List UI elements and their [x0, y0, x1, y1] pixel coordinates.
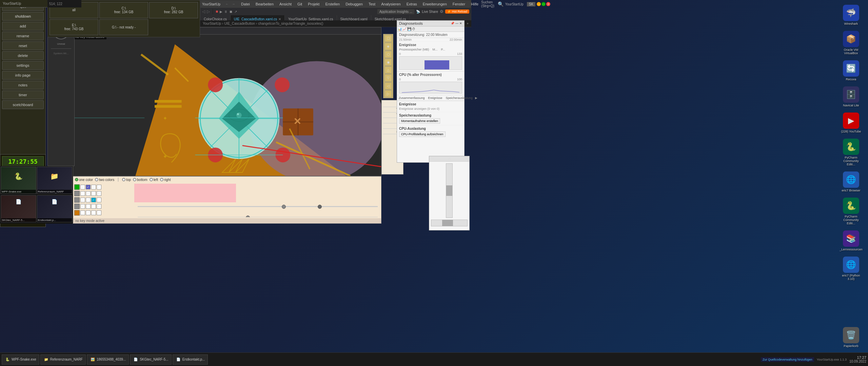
cb-4-3[interactable] — [91, 204, 96, 209]
desktop-icon-eric-browser[interactable]: 🌐 eric7 Browser — [837, 170, 865, 194]
close-button[interactable]: ✕ — [546, 2, 550, 6]
desktop-icon-eric7[interactable]: 🌐 eric7 (Python 3.10) — [837, 255, 865, 282]
search-icon[interactable]: 🔍 — [498, 1, 504, 7]
menu-datei[interactable]: Datei — [238, 1, 253, 7]
diag-close-icon[interactable]: ✕ — [459, 22, 462, 25]
swatch-gray-3[interactable] — [74, 204, 80, 209]
taskbar-item-erstkontakt[interactable]: 📄 Erstkontakt.p... — [173, 354, 208, 365]
diag-toolbar-icon3[interactable]: 💾 — [407, 27, 411, 31]
menu-debuggen[interactable]: Debuggen — [343, 1, 366, 7]
slider-1-thumb-2[interactable] — [318, 205, 322, 209]
menu-test[interactable]: Test — [366, 1, 378, 7]
desktop-icon-wireshark[interactable]: 🦈 Wireshark — [837, 3, 865, 27]
live-share-label[interactable]: Live Share — [422, 10, 438, 14]
taskbar-item-skg[interactable]: 📄 SKGtec_NARF-5... — [130, 354, 171, 365]
cb-1-1[interactable]: ✓ — [80, 185, 85, 189]
rename-button[interactable]: rename — [2, 32, 44, 40]
menu-erstellen[interactable]: Erstellen — [322, 1, 342, 7]
cb-4-2[interactable] — [86, 204, 91, 209]
reset-button[interactable]: reset — [2, 41, 44, 50]
diag-snapshot-btn[interactable]: Momentaufnahme erstellen — [399, 118, 440, 124]
toolbar-icon-1[interactable]: ☐ — [384, 35, 392, 42]
slider-2[interactable] — [138, 215, 378, 217]
desktop-icon-navicat[interactable]: 🗄️ Navicat Lite — [837, 85, 865, 108]
menu-undo[interactable]: ← — [225, 2, 229, 6]
cb-3-1[interactable]: ✓ — [80, 198, 85, 202]
toolbar-back[interactable]: ◁ — [202, 9, 205, 14]
timer-button[interactable]: timer — [2, 90, 44, 99]
menu-hilfe[interactable]: Hilfe — [468, 1, 481, 7]
notes-button[interactable]: notes — [2, 81, 44, 89]
mini-panel-close[interactable]: ✕ — [465, 157, 468, 161]
radio-right[interactable]: right — [160, 178, 171, 182]
cb-1-4[interactable]: ✓ — [97, 185, 101, 189]
cb-5-1[interactable] — [80, 210, 85, 215]
menu-git[interactable]: Git — [295, 1, 305, 7]
cb-2-3[interactable] — [91, 191, 96, 196]
cb-2-1[interactable] — [80, 191, 85, 196]
breadcrumb-add-icon[interactable]: + — [467, 22, 469, 25]
toolbar-icon-8[interactable]: ▷ — [384, 90, 392, 97]
cb-3-2[interactable]: ✓ — [86, 198, 91, 202]
notification-add-source[interactable]: Zur Quellcodeverwaltung hinzufügen — [761, 357, 814, 362]
horizontal-scrollbar[interactable] — [431, 220, 468, 226]
delete-button[interactable]: delete — [2, 51, 44, 60]
canvas-area[interactable]: ✕ ⬥ ⬥ — [73, 34, 381, 176]
scetchboard-button[interactable]: scetchboard — [2, 100, 44, 109]
cb-5-2[interactable]: ✓ — [86, 210, 91, 215]
desktop-icon-recuva[interactable]: 🔄 Recuva — [837, 59, 865, 82]
mini-panel-minus[interactable]: — — [431, 157, 434, 161]
thumb-snake[interactable]: 🐍 WPF-Snake.exe — [1, 167, 36, 194]
diag-toolbar-icon4[interactable]: ⏱ — [412, 27, 415, 31]
diag-toolbar-icon1[interactable]: 📊 — [398, 27, 402, 31]
settings-icon[interactable]: ⚙ — [440, 9, 443, 14]
toolbar-icon-5[interactable]: △ — [384, 66, 392, 74]
diag-cpu-profile-btn[interactable]: CPU-Profilstellung aufzeichnen — [399, 131, 446, 137]
taskbar-item-image[interactable]: 🖼️ 186553488_4039... — [87, 354, 129, 365]
diag-tab-zusammenfassung[interactable]: Zusammenfassung — [397, 95, 427, 101]
diag-pin-icon[interactable]: 📌 — [451, 22, 454, 25]
radio-two-colors[interactable]: two colors — [95, 178, 114, 182]
cb-3-4[interactable]: ✓ — [97, 198, 101, 202]
swatch-orange[interactable] — [74, 210, 80, 216]
cb-3-3[interactable]: ✓ — [91, 198, 96, 202]
menu-analysieren[interactable]: Analysieren — [378, 1, 403, 7]
toolbar-play[interactable]: ■ — [216, 9, 218, 14]
add-button[interactable]: add — [2, 22, 44, 30]
slider-1[interactable] — [138, 204, 378, 209]
cb-1-3[interactable]: ✓ — [91, 185, 96, 189]
toolbar-step[interactable]: ↗ — [234, 10, 237, 14]
maximize-button[interactable]: □ — [541, 2, 546, 6]
menu-erweiterungen[interactable]: Erweiterungen — [420, 1, 450, 7]
slider-2-thumb[interactable] — [246, 216, 250, 217]
diag-tabs-more[interactable]: ▶ — [474, 95, 478, 101]
shutdown-button[interactable]: shutdown — [2, 12, 44, 21]
mini-panel-restore[interactable]: ⊡ — [448, 157, 451, 161]
diag-min-icon[interactable]: — — [455, 22, 458, 25]
app-insights[interactable]: Application Insights ... — [377, 9, 414, 14]
cb-4-4[interactable]: ✓ — [97, 204, 101, 209]
toolbar-icon-7[interactable]: ◁ — [384, 82, 392, 89]
menu-ansicht[interactable]: Ansicht — [277, 1, 294, 7]
drive-g[interactable]: G:\ - not ready - — [99, 19, 148, 36]
toolbar-pause[interactable]: ⏸ — [224, 10, 228, 14]
radio-left[interactable]: left — [150, 178, 158, 182]
hot-reload-badge[interactable]: ⚡ Hot Reload — [445, 9, 469, 14]
thumb-referenz[interactable]: 📁 Referenzraum_NARF — [37, 167, 73, 194]
minimize-button[interactable]: — — [537, 2, 541, 6]
toolbar-run[interactable]: ▶ — [220, 10, 222, 14]
cb-2-4[interactable]: ✓ — [97, 191, 101, 196]
toolbar-icon-2[interactable]: ◈ — [384, 43, 392, 50]
swatch-gray-2[interactable] — [74, 197, 80, 203]
drive-d[interactable]: D:\ free: 282 GB — [149, 2, 198, 18]
thumb-skg[interactable]: 📄 SKGtec_NARF-5... — [1, 195, 36, 222]
radio-top[interactable]: top — [122, 178, 131, 182]
taskbar-item-snake[interactable]: 🐍 WPF-Snake.exe — [2, 354, 39, 365]
drive-c[interactable]: C:\ free: 134 GB — [99, 2, 148, 18]
radio-bottom[interactable]: bottom — [133, 178, 147, 182]
desktop-icon-pycharm-1[interactable]: 🐍 PyCharm Community Editi... — [837, 137, 865, 167]
settings-button[interactable]: settings — [2, 61, 44, 70]
drive-e[interactable]: E:\ free: 743 GB — [50, 19, 98, 36]
diag-tab-ereignisse[interactable]: Ereignisse — [427, 95, 444, 101]
swatch-gray[interactable] — [74, 191, 80, 196]
